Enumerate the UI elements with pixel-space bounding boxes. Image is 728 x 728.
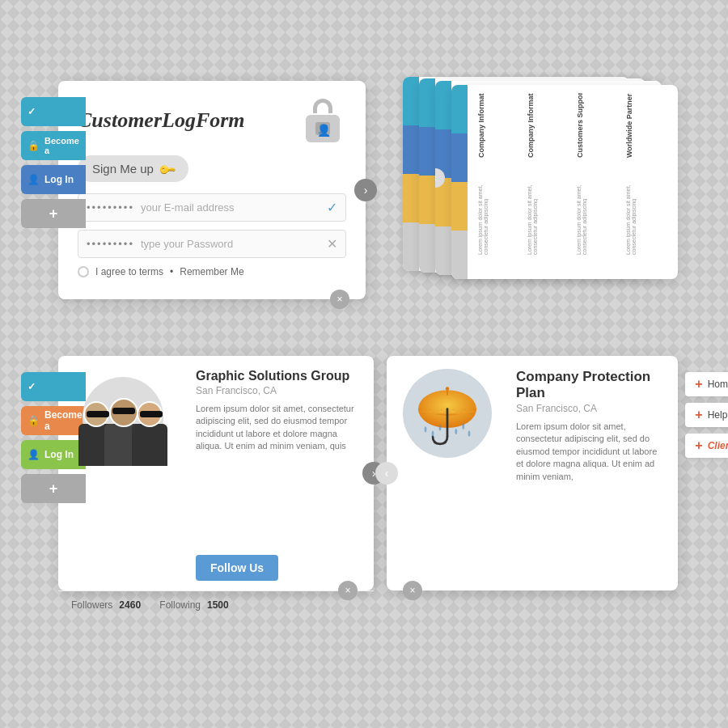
following-label: Following xyxy=(159,599,201,611)
social-location: San Francisco, CA xyxy=(196,385,361,396)
help-desk-plus-icon: + xyxy=(695,408,702,422)
client-solutions-label: Client Solutions xyxy=(708,440,728,451)
svg-point-5 xyxy=(455,429,457,434)
sidebar-tab-login[interactable]: 👤 Log In xyxy=(21,165,86,194)
sidebar-tab-plus[interactable]: + xyxy=(21,199,86,228)
client-solutions-link[interactable]: + Client Solutions xyxy=(685,434,728,458)
panel1-col4-body: Lorem ipsum dolor sit amet, consectetur … xyxy=(625,158,637,255)
protect-inner: Company Protection Plan San Francisco, C… xyxy=(387,356,678,590)
followers-label: Followers xyxy=(71,599,112,611)
social-left xyxy=(58,356,188,590)
protect-links: + Home Page + Help desk + Client Solutio… xyxy=(685,372,728,458)
stats-separator: ○ xyxy=(147,599,153,611)
login-label: Log In xyxy=(44,174,74,185)
umbrella-icon xyxy=(411,377,484,450)
sign-me-up-button[interactable]: Sign Me up 🔑 xyxy=(78,155,188,182)
email-placeholder: your E-mail address xyxy=(141,201,327,214)
info-panels-container: Company Information Lorem ipsum dolor si… xyxy=(403,77,678,303)
svg-point-2 xyxy=(425,426,427,432)
bullet-separator: • xyxy=(170,266,173,277)
terms-row: I agree to terms • Remember Me xyxy=(78,266,346,277)
password-dots: ••••••••• xyxy=(87,238,134,250)
terms-radio[interactable] xyxy=(78,266,89,277)
social-person-icon: 👤 xyxy=(28,449,40,460)
svg-point-3 xyxy=(432,431,434,437)
home-page-plus-icon: + xyxy=(695,377,702,392)
email-check-icon: ✓ xyxy=(327,200,337,215)
svg-point-4 xyxy=(439,425,442,430)
check-icon: ✓ xyxy=(28,106,36,117)
password-placeholder: type your Password xyxy=(141,238,327,250)
protect-company-name: Company Protection Plan xyxy=(516,369,665,401)
panel1-col2-body: Lorem ipsum dolor sit amet, consectetur … xyxy=(527,158,538,255)
plus-icon: + xyxy=(49,205,58,222)
panel1-col3-title: Customers Support Solutions xyxy=(576,93,584,158)
panel1-col1-title: Company Information xyxy=(477,93,485,158)
terms-label: I agree to terms xyxy=(95,266,163,277)
password-clear-icon: ✕ xyxy=(327,236,337,252)
become-label: Become a xyxy=(44,136,79,155)
svg-point-7 xyxy=(468,431,471,437)
login-card: ✓ 🔒 Become a 👤 Log In + CustomerLogForm … xyxy=(58,81,366,299)
client-solutions-plus-icon: + xyxy=(695,438,702,453)
agent-3 xyxy=(132,401,167,466)
agents-group xyxy=(70,369,176,466)
agent3-head xyxy=(137,401,163,427)
info-panel-1: Company Information Lorem ipsum dolor si… xyxy=(451,85,678,279)
follow-us-button[interactable]: Follow Us xyxy=(196,555,278,581)
password-input-row[interactable]: ••••••••• type your Password ✕ xyxy=(78,230,346,258)
svg-point-6 xyxy=(462,424,464,430)
agent3-body xyxy=(132,424,167,466)
followers-count: 2460 xyxy=(119,599,141,611)
sign-up-label: Sign Me up xyxy=(92,162,154,176)
agent3-sunglasses xyxy=(140,411,163,417)
login-sidebar: ✓ 🔒 Become a 👤 Log In + xyxy=(21,97,86,228)
svg-point-9 xyxy=(446,387,450,391)
email-dots: ••••••••• xyxy=(87,201,134,214)
remember-label: Remember Me xyxy=(180,266,243,277)
protect-location: San Francisco, CA xyxy=(516,403,665,414)
panel1-col2-title: Company Information xyxy=(527,93,535,158)
login-title: CustomerLogForm xyxy=(78,108,299,133)
sidebar-tab-become[interactable]: 🔒 Become a xyxy=(21,131,86,160)
social-card: ✓ 🔒 Become a 👤 Log In + xyxy=(58,356,374,590)
help-desk-label: Help desk xyxy=(708,409,728,421)
login-card-close[interactable]: × xyxy=(330,290,349,309)
home-page-link[interactable]: + Home Page xyxy=(685,372,728,396)
email-input-row[interactable]: ••••••••• your E-mail address ✓ xyxy=(78,193,346,222)
key-icon: 🔑 xyxy=(158,159,176,178)
sidebar-tab-check[interactable]: ✓ xyxy=(21,97,86,126)
social-right: Graphic Solutions Group San Francisco, C… xyxy=(188,356,374,590)
protect-card-close[interactable]: × xyxy=(403,581,422,600)
panel1-col4-title: Worldwide Partners xyxy=(625,93,633,158)
login-card-arrow-right[interactable]: › xyxy=(354,179,377,201)
home-page-label: Home Page xyxy=(708,379,728,390)
protect-left xyxy=(387,356,508,590)
social-inner: Graphic Solutions Group San Francisco, C… xyxy=(58,356,374,590)
lock-icon: 👤 xyxy=(299,97,346,144)
lock-small-icon: 🔒 xyxy=(28,140,40,151)
protect-description: Lorem ipsum dolor sit amet, consectetur … xyxy=(516,421,665,581)
social-plus-icon: + xyxy=(49,480,58,497)
lock-shackle xyxy=(313,99,332,113)
social-check-icon: ✓ xyxy=(28,381,36,392)
umbrella-circle xyxy=(403,369,492,458)
protect-card: ‹ xyxy=(387,356,678,590)
lock-body: 👤 xyxy=(306,115,340,142)
panel1-col3-body: Lorem ipsum dolor sit amet, consectetur … xyxy=(576,158,587,255)
help-desk-link[interactable]: + Help desk xyxy=(685,403,728,427)
social-card-close[interactable]: × xyxy=(338,581,358,600)
social-lock-icon: 🔒 xyxy=(28,415,40,426)
login-header: CustomerLogForm 👤 xyxy=(78,97,346,144)
social-stats: Followers 2460 ○ Following 1500 xyxy=(58,590,374,619)
lock-face: 👤 xyxy=(315,122,330,135)
social-description: Lorem ipsum dolor sit amet, consectetur … xyxy=(196,403,361,547)
panel1-col1-body: Lorem ipsum dolor sit amet, consectetur … xyxy=(477,158,489,255)
protect-right: Company Protection Plan San Francisco, C… xyxy=(508,356,678,590)
person-icon: 👤 xyxy=(28,174,40,185)
social-company-name: Graphic Solutions Group xyxy=(196,369,361,383)
following-count: 1500 xyxy=(207,599,229,611)
